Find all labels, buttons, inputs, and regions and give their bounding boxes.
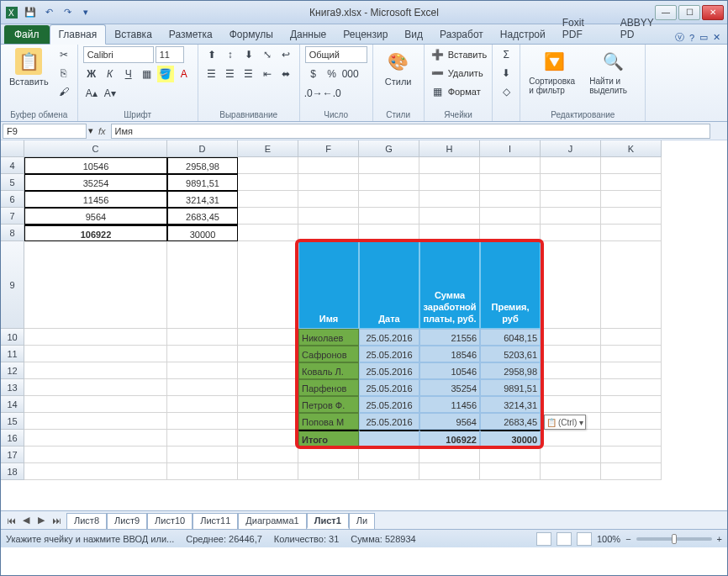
paste-options-tag[interactable]: 📋 (Ctrl) ▾ (544, 415, 586, 430)
table-row-sum[interactable]: 21556 (419, 329, 480, 346)
cell[interactable] (480, 463, 541, 480)
cell[interactable] (601, 208, 662, 225)
save-icon[interactable]: 💾 (23, 5, 38, 20)
insert-cells-label[interactable]: Вставить (448, 50, 488, 60)
fill-icon[interactable]: ⬇ (498, 65, 514, 82)
table-row-sum[interactable]: 10546 (419, 362, 480, 379)
table-row-name[interactable]: Сафронов (298, 346, 359, 362)
cell[interactable] (601, 447, 662, 463)
tab-developer[interactable]: Разработ (431, 25, 492, 44)
cell[interactable] (298, 191, 359, 208)
format-painter-icon[interactable]: 🖌 (55, 83, 72, 100)
cell[interactable] (24, 430, 167, 447)
minimize-ribbon-icon[interactable]: ⓥ (675, 31, 684, 44)
cell[interactable] (480, 225, 541, 241)
cell[interactable] (601, 413, 662, 430)
tab-abbyy[interactable]: ABBYY PD (612, 13, 675, 44)
window-close-icon[interactable]: ✕ (713, 32, 720, 43)
font-name-combo[interactable]: Calibri (83, 46, 154, 63)
cell[interactable] (167, 447, 238, 463)
cell[interactable] (298, 447, 359, 463)
sheet-tab[interactable]: Диаграмма1 (238, 513, 306, 529)
cell[interactable]: 9564 (24, 208, 167, 225)
cell[interactable] (167, 346, 238, 362)
sheet-tab[interactable]: Лист9 (107, 513, 147, 529)
sheet-tab[interactable]: Ли (349, 513, 375, 529)
table-total-sum[interactable]: 106922 (419, 430, 480, 447)
col-header[interactable]: K (601, 140, 662, 157)
row-header[interactable]: 9 (1, 241, 24, 329)
align-right-icon[interactable]: ☰ (240, 66, 257, 82)
cell[interactable] (238, 241, 298, 329)
cell[interactable] (24, 346, 167, 362)
table-total-date[interactable] (359, 430, 419, 447)
cell[interactable] (541, 174, 601, 191)
tab-data[interactable]: Данные (282, 25, 335, 44)
zoom-in-icon[interactable]: + (717, 534, 722, 544)
col-header[interactable]: C (24, 140, 167, 157)
zoom-level[interactable]: 100% (597, 534, 620, 544)
select-all-corner[interactable] (1, 140, 24, 157)
table-row-bonus[interactable]: 5203,61 (480, 346, 541, 362)
fill-color-button[interactable]: 🪣 (157, 66, 174, 82)
table-row-date[interactable]: 25.05.2016 (359, 396, 419, 413)
cell[interactable] (167, 362, 238, 379)
zoom-out-icon[interactable]: − (625, 534, 630, 544)
font-color-button[interactable]: A (176, 66, 193, 82)
clear-icon[interactable]: ◇ (498, 83, 514, 100)
bold-button[interactable]: Ж (83, 66, 100, 82)
view-break-icon[interactable] (577, 532, 592, 546)
cell[interactable] (419, 157, 480, 174)
tab-view[interactable]: Вид (396, 25, 431, 44)
cell[interactable] (359, 208, 419, 225)
cell[interactable] (167, 430, 238, 447)
cell[interactable] (167, 379, 238, 396)
table-row-sum[interactable]: 11456 (419, 396, 480, 413)
sheet-tab[interactable]: Лист10 (147, 513, 193, 529)
row-header[interactable]: 18 (1, 463, 24, 480)
indent-dec-icon[interactable]: ⇤ (259, 66, 276, 82)
cell[interactable] (601, 225, 662, 241)
table-row-date[interactable]: 25.05.2016 (359, 329, 419, 346)
table-header-sum[interactable]: Сумма заработной платы, руб. (419, 241, 480, 329)
cell[interactable] (238, 329, 298, 346)
cell[interactable]: 10546 (24, 157, 167, 174)
autosum-icon[interactable]: Σ (498, 46, 514, 63)
cell[interactable] (167, 329, 238, 346)
row-header[interactable]: 8 (1, 225, 24, 241)
row-header[interactable]: 6 (1, 191, 24, 208)
cell[interactable] (480, 447, 541, 463)
align-center-icon[interactable]: ☰ (222, 66, 239, 82)
cell[interactable]: 35254 (24, 174, 167, 191)
tab-nav-first-icon[interactable]: ⏮ (4, 514, 18, 527)
cell[interactable] (541, 241, 601, 329)
wrap-text-icon[interactable]: ↩ (277, 46, 294, 63)
cell[interactable] (359, 191, 419, 208)
table-header-name[interactable]: Имя (298, 241, 359, 329)
cell[interactable] (480, 174, 541, 191)
row-header[interactable]: 16 (1, 430, 24, 447)
table-row-bonus[interactable]: 3214,31 (480, 396, 541, 413)
fx-icon[interactable]: fx (93, 126, 111, 136)
qat-dropdown-icon[interactable]: ▾ (78, 5, 93, 20)
tab-formulas[interactable]: Формулы (221, 25, 282, 44)
table-row-date[interactable]: 25.05.2016 (359, 346, 419, 362)
cell[interactable] (601, 241, 662, 329)
cell[interactable] (601, 362, 662, 379)
col-header[interactable]: I (480, 140, 541, 157)
table-row-bonus[interactable]: 6048,15 (480, 329, 541, 346)
cell[interactable] (541, 157, 601, 174)
cell[interactable] (167, 463, 238, 480)
delete-cells-icon[interactable]: ➖ (430, 65, 446, 82)
zoom-slider[interactable] (636, 537, 712, 541)
table-row-name[interactable]: Коваль Л. (298, 362, 359, 379)
redo-icon[interactable]: ↷ (60, 5, 75, 20)
sheet-tab[interactable]: Лист11 (193, 513, 238, 529)
cell[interactable] (238, 157, 298, 174)
cell[interactable] (541, 225, 601, 241)
col-header[interactable]: G (359, 140, 419, 157)
table-row-name[interactable]: Николаев (298, 329, 359, 346)
table-row-bonus[interactable]: 2958,98 (480, 362, 541, 379)
cell[interactable] (167, 413, 238, 430)
cell[interactable] (298, 225, 359, 241)
